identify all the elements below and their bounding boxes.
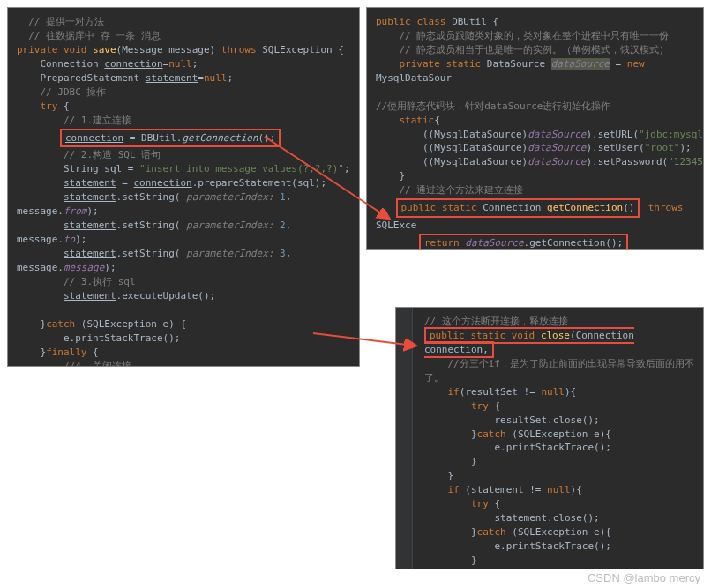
svg-line-0 xyxy=(265,137,388,218)
arrow-getconnection xyxy=(0,0,711,588)
watermark: CSDN @lambo mercy xyxy=(588,571,700,584)
svg-line-1 xyxy=(313,333,415,346)
